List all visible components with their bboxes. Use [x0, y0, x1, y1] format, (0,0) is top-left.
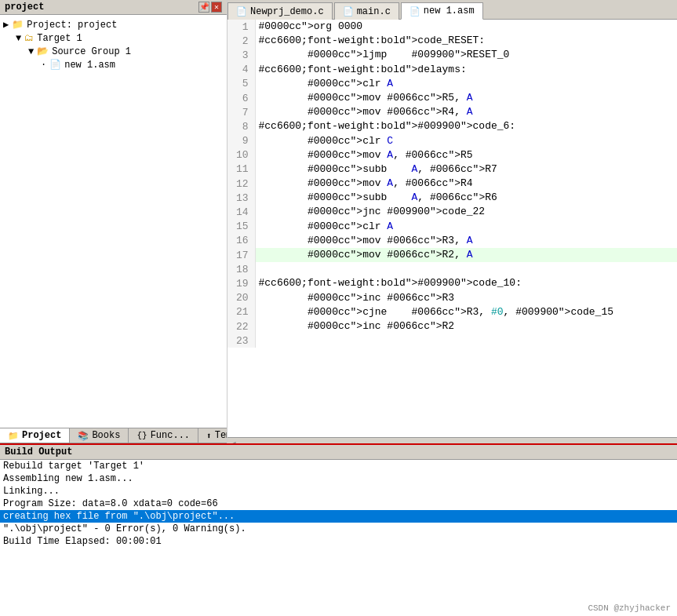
line-number: 22	[227, 319, 255, 334]
tab-func-label: Func...	[151, 430, 190, 441]
tab-bar: 📄 Newprj_demo.c 📄 main.c 📄 new 1.asm	[227, 0, 677, 20]
line-number: 16	[227, 234, 255, 248]
code-line-content: #0000cc">inc #0066cc">R3	[255, 291, 677, 305]
code-line-content: #cc6600;font-weight:bold">delayms:	[255, 63, 677, 77]
tab-new1-asm[interactable]: 📄 new 1.asm	[401, 2, 483, 20]
code-line-content: #0000cc">mov A, #0066cc">R5	[255, 148, 677, 162]
line-number: 14	[227, 205, 255, 219]
tab-asm-label: new 1.asm	[424, 5, 475, 16]
build-output-content: Rebuild target 'Target 1'Assembling new …	[0, 460, 677, 600]
line-number: 17	[227, 248, 255, 262]
tree-item-source-group[interactable]: ▼ 📂 Source Group 1	[0, 45, 227, 58]
code-line-content: #cc6600;font-weight:bold">#009900">code_…	[255, 119, 677, 133]
code-line-content: #cc6600;font-weight:bold">#009900">code_…	[255, 276, 677, 290]
project-tab-icon: 📁	[8, 431, 19, 441]
code-line-content: #0000cc">mov #0066cc">R3, A	[255, 234, 677, 248]
tree-item-project-root[interactable]: ▶ 📁 Project: project	[0, 18, 227, 31]
file-dot-icon: ·	[41, 60, 46, 71]
tab-project-label: Project	[22, 430, 61, 441]
tab-main-label: main.c	[357, 6, 391, 17]
code-line-content: #0000cc">cjne #0066cc">R3, #0, #009900">…	[255, 305, 677, 319]
code-line-content: #0000cc">clr A	[255, 77, 677, 91]
line-number: 5	[227, 77, 255, 91]
line-number: 20	[227, 291, 255, 305]
code-line-content: #0000cc">subb A, #0066cc">R7	[255, 162, 677, 177]
line-number: 10	[227, 148, 255, 162]
source-group-expand-icon: ▼	[28, 46, 34, 57]
line-number: 13	[227, 191, 255, 205]
code-table: 1#0000cc">org 00002#cc6600;font-weight:b…	[227, 20, 677, 348]
line-number: 7	[227, 105, 255, 119]
left-panel-icons: 📌 ✕	[198, 2, 222, 13]
build-output-line: creating hex file from ".\obj\project"..…	[0, 510, 677, 523]
tab-books[interactable]: 📚 Books	[70, 428, 129, 443]
temp-tab-icon: ⬆	[206, 431, 212, 441]
tab-books-label: Books	[92, 430, 120, 441]
build-output-line: Assembling new 1.asm...	[0, 472, 677, 485]
watermark: CSDN @zhyjhacker	[0, 600, 677, 616]
tab-project[interactable]: 📁 Project	[0, 428, 70, 443]
code-line-content: #0000cc">mov A, #0066cc">R4	[255, 177, 677, 191]
code-line-content: #0000cc">clr C	[255, 134, 677, 148]
tab-func[interactable]: {} Func...	[129, 428, 198, 443]
line-number: 1	[227, 20, 255, 34]
line-number: 15	[227, 220, 255, 234]
tab-newprj-demo[interactable]: 📄 Newprj_demo.c	[227, 2, 333, 20]
line-number: 3	[227, 48, 255, 62]
line-number: 2	[227, 34, 255, 48]
code-line-content: #0000cc">ljmp #009900">RESET_0	[255, 48, 677, 62]
code-line-content: #0000cc">clr A	[255, 220, 677, 234]
tree-label-target1: Target 1	[37, 33, 82, 44]
line-number: 11	[227, 162, 255, 177]
tab-newprj-label: Newprj_demo.c	[250, 6, 324, 17]
line-number: 19	[227, 276, 255, 290]
project-tree: ▶ 📁 Project: project ▼ 🗂 Target 1 ▼ 📂 So…	[0, 15, 227, 428]
tree-item-new1asm[interactable]: · 📄 new 1.asm	[0, 58, 227, 71]
line-number: 18	[227, 262, 255, 276]
books-tab-icon: 📚	[78, 431, 89, 441]
tree-label-project: Project: project	[27, 20, 117, 31]
tab-asm-icon: 📄	[409, 6, 420, 16]
code-line-content: #0000cc">jnc #009900">code_22	[255, 205, 677, 219]
close-panel-icon[interactable]: ✕	[211, 2, 222, 13]
code-line-content: #0000cc">mov #0066cc">R5, A	[255, 91, 677, 105]
left-panel-title-text: project	[5, 2, 44, 13]
code-line-content	[255, 262, 677, 276]
func-tab-icon: {}	[136, 431, 147, 440]
tree-label-source-group: Source Group 1	[52, 46, 131, 57]
line-number: 6	[227, 91, 255, 105]
tab-temp[interactable]: ⬆ Temp...	[198, 428, 227, 443]
left-bottom-tabs: 📁 Project 📚 Books {} Func... ⬆ Temp...	[0, 428, 227, 443]
code-line-content: #0000cc">mov #0066cc">R4, A	[255, 105, 677, 119]
line-number: 21	[227, 305, 255, 319]
pin-icon[interactable]: 📌	[198, 2, 209, 13]
build-output-panel: Build Output Rebuild target 'Target 1'As…	[0, 443, 677, 600]
tree-label-new1asm: new 1.asm	[64, 60, 115, 71]
line-number: 23	[227, 334, 255, 348]
build-output-title: Build Output	[0, 445, 677, 460]
asm-file-icon: 📄	[49, 59, 61, 71]
build-output-line: Program Size: data=8.0 xdata=0 code=66	[0, 498, 677, 510]
tab-main-icon: 📄	[343, 6, 354, 16]
line-number: 9	[227, 134, 255, 148]
tree-item-target1[interactable]: ▼ 🗂 Target 1	[0, 31, 227, 45]
code-line-content: #0000cc">subb A, #0066cc">R6	[255, 191, 677, 205]
horizontal-scrollbar[interactable]: ◀	[227, 437, 677, 443]
code-line-content	[255, 334, 677, 348]
tab-newprj-icon: 📄	[236, 6, 247, 16]
right-panel: 📄 Newprj_demo.c 📄 main.c 📄 new 1.asm 1#0…	[227, 0, 677, 443]
left-panel: project 📌 ✕ ▶ 📁 Project: project ▼ 🗂 Tar…	[0, 0, 227, 443]
code-editor[interactable]: 1#0000cc">org 00002#cc6600;font-weight:b…	[227, 20, 677, 437]
folder-icon: 📁	[12, 19, 24, 31]
build-output-line: Linking...	[0, 485, 677, 498]
target-folder-icon: 🗂	[24, 32, 34, 44]
line-number: 8	[227, 119, 255, 133]
tab-temp-label: Temp...	[215, 430, 227, 441]
tab-main-c[interactable]: 📄 main.c	[334, 2, 399, 20]
line-number: 12	[227, 177, 255, 191]
build-output-line: Rebuild target 'Target 1'	[0, 460, 677, 472]
code-line-content: #0000cc">inc #0066cc">R2	[255, 319, 677, 334]
line-number: 4	[227, 63, 255, 77]
code-line-content: #0000cc">mov #0066cc">R2, A	[255, 248, 677, 262]
build-output-line: Build Time Elapsed: 00:00:01	[0, 535, 677, 548]
